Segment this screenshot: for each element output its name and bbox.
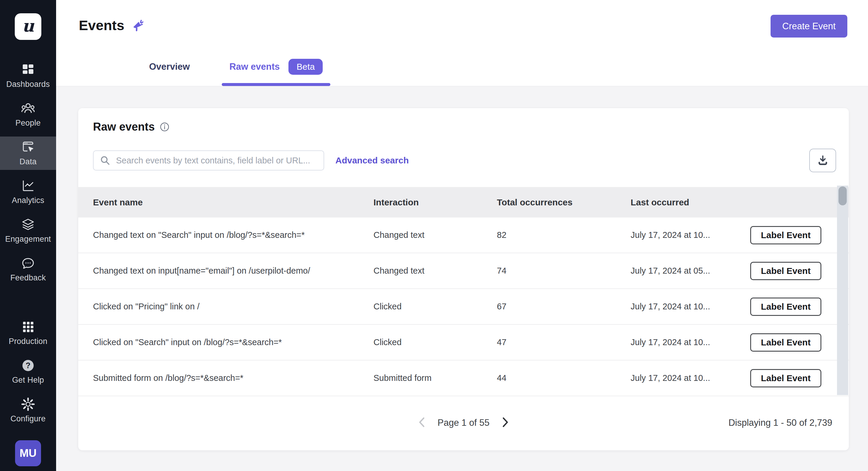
- label-event-button[interactable]: Label Event: [750, 333, 822, 352]
- column-event-name: Event name: [93, 197, 373, 207]
- action-cell: Label Event: [750, 226, 849, 244]
- feedback-icon: [21, 256, 35, 270]
- pager: Page 1 of 55: [416, 416, 512, 429]
- table-header: Event name Interaction Total occurrences…: [78, 187, 849, 217]
- total-occurrences-cell: 44: [497, 373, 631, 383]
- logo-glyph: u: [22, 16, 34, 35]
- table-row: Clicked on "Search" input on /blog/?s=*&…: [78, 325, 849, 360]
- interaction-cell: Submitted form: [373, 373, 497, 383]
- analytics-icon: [21, 179, 35, 193]
- beta-badge: Beta: [288, 59, 323, 75]
- data-icon: [21, 140, 35, 154]
- action-cell: Label Event: [750, 333, 849, 352]
- svg-text:?: ?: [26, 361, 31, 370]
- label-event-button[interactable]: Label Event: [750, 226, 822, 244]
- sidebar-item-engagement[interactable]: Engagement: [0, 214, 56, 247]
- total-occurrences-cell: 67: [497, 302, 631, 312]
- action-cell: Label Event: [750, 298, 849, 316]
- card-title: Raw events: [93, 121, 155, 133]
- search-icon: [100, 155, 110, 166]
- megaphone-icon: [131, 18, 146, 32]
- pagination-row: Page 1 of 55 Displaying 1 - 50 of 2,739: [78, 395, 849, 450]
- total-occurrences-cell: 82: [497, 230, 631, 240]
- page-indicator: Page 1 of 55: [438, 417, 490, 428]
- event-name-cell: Clicked on "Search" input on /blog/?s=*&…: [93, 337, 373, 347]
- title-row: Events: [56, 0, 868, 33]
- create-event-button[interactable]: Create Event: [771, 15, 847, 37]
- sidebar-item-dashboards[interactable]: Dashboards: [0, 59, 56, 92]
- tab-raw-events[interactable]: Raw events Beta: [222, 59, 330, 86]
- next-page-button[interactable]: [500, 416, 512, 429]
- total-occurrences-cell: 74: [497, 266, 631, 276]
- raw-events-card: Raw events Advanced search Event na: [78, 108, 849, 450]
- interaction-cell: Changed text: [373, 266, 497, 276]
- tab-overview-label: Overview: [149, 61, 190, 72]
- page-header: Events Create Event Overview Raw events …: [56, 0, 868, 86]
- action-cell: Label Event: [750, 369, 849, 387]
- column-last-occurred: Last occurred: [631, 197, 750, 207]
- engagement-icon: [21, 217, 35, 232]
- card-header: Raw events: [78, 108, 849, 133]
- table-row: Changed text on input[name="email"] on /…: [78, 253, 849, 289]
- interaction-cell: Clicked: [373, 337, 497, 347]
- sidebar-item-production[interactable]: Production: [0, 316, 56, 350]
- page-title: Events: [79, 17, 124, 33]
- app-window: u Dashboards People Data Analytics Engag…: [0, 0, 868, 471]
- sidebar-item-people[interactable]: People: [0, 98, 56, 131]
- tab-overview[interactable]: Overview: [142, 59, 197, 86]
- label-event-button[interactable]: Label Event: [750, 262, 822, 280]
- column-interaction: Interaction: [373, 197, 497, 207]
- chevron-right-icon: [502, 417, 509, 429]
- tabs: Overview Raw events Beta: [142, 59, 354, 86]
- tab-raw-events-label: Raw events: [229, 61, 280, 72]
- last-occurred-cell: July 17, 2024 at 10...: [631, 337, 750, 347]
- last-occurred-cell: July 17, 2024 at 10...: [631, 230, 750, 240]
- sidebar-nav-top: Dashboards People Data Analytics Engagem…: [0, 59, 56, 291]
- table-body: Changed text on "Search" input on /blog/…: [78, 217, 849, 396]
- sidebar-item-data[interactable]: Data: [0, 137, 56, 170]
- get-help-icon: ?: [21, 358, 35, 373]
- sidebar-nav-bottom: Production ? Get Help Configure: [0, 316, 56, 432]
- sidebar-item-configure[interactable]: Configure: [0, 393, 56, 427]
- pagination-summary: Displaying 1 - 50 of 2,739: [728, 417, 849, 428]
- action-cell: Label Event: [750, 262, 849, 280]
- user-avatar[interactable]: MU: [15, 440, 41, 466]
- download-button[interactable]: [809, 149, 836, 172]
- vertical-scrollbar-thumb[interactable]: [838, 186, 847, 205]
- event-name-cell: Clicked on "Pricing" link on /: [93, 302, 373, 312]
- event-name-cell: Submitted form on /blog/?s=*&search=*: [93, 373, 373, 383]
- last-occurred-cell: July 17, 2024 at 05...: [631, 266, 750, 276]
- content-area: Raw events Advanced search Event na: [56, 86, 868, 471]
- column-total-occurrences: Total occurrences: [497, 197, 631, 207]
- vertical-scrollbar-track[interactable]: [837, 185, 848, 395]
- advanced-search-link[interactable]: Advanced search: [335, 155, 409, 166]
- label-event-button[interactable]: Label Event: [750, 298, 822, 316]
- sidebar: u Dashboards People Data Analytics Engag…: [0, 0, 56, 471]
- sidebar-item-analytics[interactable]: Analytics: [0, 175, 56, 209]
- info-icon[interactable]: [160, 122, 169, 131]
- previous-page-button[interactable]: [416, 416, 428, 429]
- production-icon: [21, 320, 35, 334]
- userpilot-logo[interactable]: u: [15, 13, 41, 40]
- label-event-button[interactable]: Label Event: [750, 369, 822, 387]
- last-occurred-cell: July 17, 2024 at 10...: [631, 302, 750, 312]
- interaction-cell: Clicked: [373, 302, 497, 312]
- table-row: Submitted form on /blog/?s=*&search=* Su…: [78, 360, 849, 396]
- people-icon: [21, 101, 35, 116]
- search-box: [93, 150, 324, 171]
- event-name-cell: Changed text on "Search" input on /blog/…: [93, 230, 373, 240]
- events-table: Event name Interaction Total occurrences…: [78, 187, 849, 396]
- configure-icon: [21, 397, 35, 411]
- sidebar-item-feedback[interactable]: Feedback: [0, 253, 56, 286]
- table-row: Clicked on "Pricing" link on / Clicked 6…: [78, 289, 849, 325]
- search-row: Advanced search: [93, 149, 836, 172]
- main-area: Events Create Event Overview Raw events …: [56, 0, 868, 471]
- chevron-left-icon: [418, 417, 425, 429]
- total-occurrences-cell: 47: [497, 337, 631, 347]
- last-occurred-cell: July 17, 2024 at 10...: [631, 373, 750, 383]
- sidebar-item-get-help[interactable]: ? Get Help: [0, 355, 56, 388]
- download-icon: [817, 154, 829, 167]
- table-row: Changed text on "Search" input on /blog/…: [78, 217, 849, 253]
- search-input[interactable]: [93, 150, 324, 171]
- interaction-cell: Changed text: [373, 230, 497, 240]
